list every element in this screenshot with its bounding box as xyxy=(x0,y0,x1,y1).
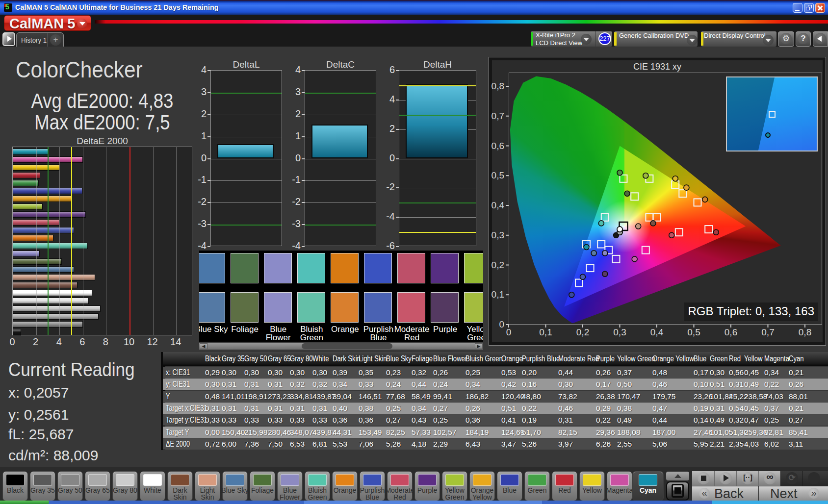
svg-text:0,8: 0,8 xyxy=(799,327,811,337)
svg-text:0,7: 0,7 xyxy=(761,327,774,337)
svg-text:0,2: 0,2 xyxy=(576,327,589,337)
svg-text:0,6: 0,6 xyxy=(724,327,737,337)
svg-text:0,6: 0,6 xyxy=(492,141,504,151)
svg-text:0,2: 0,2 xyxy=(492,260,504,270)
svg-text:0,5: 0,5 xyxy=(687,327,700,337)
svg-text:0,4: 0,4 xyxy=(492,200,505,210)
svg-text:0,1: 0,1 xyxy=(492,289,504,300)
svg-text:0,1: 0,1 xyxy=(539,327,552,337)
svg-text:0,8: 0,8 xyxy=(492,81,504,91)
svg-text:0,4: 0,4 xyxy=(650,327,664,337)
svg-text:0,3: 0,3 xyxy=(492,230,504,240)
svg-text:0: 0 xyxy=(499,319,504,329)
svg-text:0: 0 xyxy=(506,327,512,337)
svg-text:0,5: 0,5 xyxy=(492,170,504,180)
svg-text:0,3: 0,3 xyxy=(613,327,626,337)
svg-text:0,7: 0,7 xyxy=(492,111,504,121)
